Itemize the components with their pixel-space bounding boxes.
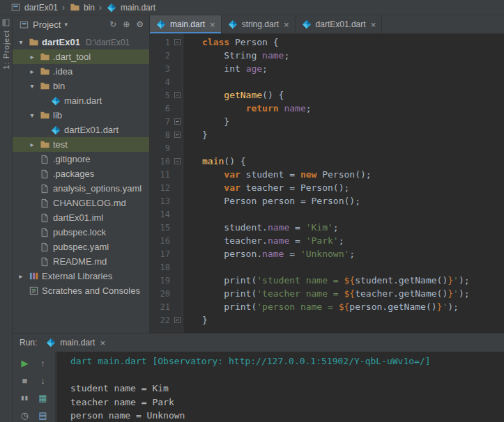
line-number: 8 [150,130,172,140]
prev-occurrence-button[interactable]: ↑ [34,354,52,372]
code-line[interactable] [202,141,504,155]
code-line[interactable]: Person person = Person(); [202,194,504,208]
tree-item-dartex01[interactable]: ▾dartEx01D:\dartEx01 [13,35,149,49]
code-line[interactable]: person.name = 'Unknown'; [202,247,504,260]
code-line[interactable]: print('student name = ${student.getName(… [202,274,504,287]
close-icon[interactable]: × [210,19,215,30]
chevron-down-icon[interactable]: ▾ [28,111,36,119]
tree-item-external-libraries[interactable]: ▸External Libraries [13,269,149,283]
close-icon[interactable]: × [284,19,289,30]
editor-tab-string.dart[interactable]: string.dart× [222,15,296,33]
breadcrumb-item[interactable]: bin [69,2,95,13]
editor-tab-main.dart[interactable]: main.dart× [150,15,222,33]
breadcrumb-item[interactable]: dartEx01 [10,2,58,13]
tree-item-label: .gitignore [53,154,90,164]
run-console[interactable]: dart main.dart [Observatory: http://127.… [56,352,504,422]
code-line[interactable]: main() { [202,155,504,168]
code-line[interactable]: var student = new Person(); [202,168,504,181]
fold-marker-icon[interactable]: − [174,39,181,45]
code-line[interactable]: print('teacher name = ${teacher.getName(… [202,287,504,300]
gutter-line: 6 [150,102,183,115]
tree-item-lib[interactable]: ▾lib [13,108,149,123]
project-stripe-tab[interactable]: 1: Project [2,30,10,69]
tree-item-dartex01-iml[interactable]: dartEx01.iml [13,210,149,225]
close-icon[interactable]: × [100,338,105,348]
code-line[interactable]: getName() { [202,88,504,102]
code-line[interactable]: print('person name = ${person.getName()}… [202,300,504,313]
tree-item-pubspec-lock[interactable]: pubspec.lock [13,225,149,240]
run-tab[interactable]: main.dart× [45,337,105,348]
pause-output-button[interactable]: ▮▮ [16,389,34,407]
code-line[interactable]: } [202,128,504,141]
code-line[interactable]: String name; [202,49,504,62]
locate-icon[interactable]: ⊕ [123,19,130,29]
gutter-line: 10− [150,155,183,168]
editor-tab-dartEx01.dart[interactable]: dartEx01.dart× [296,15,383,33]
fold-marker-icon[interactable]: − [174,158,181,164]
fold-end-marker-icon[interactable]: ⌐ [174,118,181,125]
code-line[interactable]: var teacher = Person(); [202,181,504,194]
breadcrumb-label: dartEx01 [24,3,58,13]
tree-item--gitignore[interactable]: .gitignore [13,152,149,166]
tree-item-dartex01-dart[interactable]: dartEx01.dart [13,123,149,137]
tree-item--packages[interactable]: .packages [13,166,149,181]
fold-end-marker-icon[interactable]: ⌐ [174,317,181,323]
line-number: 4 [150,77,172,87]
breadcrumb-label: main.dart [121,3,155,13]
tree-item-main-dart[interactable]: main.dart [13,93,149,108]
tree-item-bin[interactable]: ▾bin [13,79,149,93]
chevron-down-icon[interactable]: ▾ [17,38,25,46]
code-line[interactable]: student.name = 'Kim'; [202,221,504,234]
fold-end-marker-icon[interactable]: ⌐ [174,132,181,138]
code-line[interactable]: int age; [202,62,504,75]
tree-item-label: analysis_options.yaml [53,183,142,194]
chevron-right-icon[interactable]: ▸ [17,272,25,280]
code-line[interactable]: } [202,115,504,128]
chevron-right-icon[interactable]: ▸ [28,141,36,148]
rerun-button[interactable]: ▶ [16,354,34,372]
code-line[interactable]: teacher.name = 'Park'; [202,234,504,247]
tree-item-readme-md[interactable]: README.md [13,254,149,269]
project-stripe-icon [2,19,10,26]
tree-item-label: lib [53,110,62,120]
folder-icon [39,139,50,150]
tree-item-changelog-md[interactable]: CHANGELOG.md [13,196,149,210]
gear-icon[interactable]: ⚙ [136,19,144,29]
tree-item-label: External Libraries [42,271,112,281]
chevron-right-icon[interactable]: ▸ [28,53,36,61]
code-line[interactable]: return name; [202,102,504,115]
tree-item-scratches-and-consoles[interactable]: Scratches and Consoles [13,283,149,298]
sync-icon[interactable]: ↻ [109,19,116,29]
tree-item--dart-tool[interactable]: ▸.dart_tool [13,49,149,64]
code-line[interactable] [202,75,504,88]
close-icon[interactable]: × [371,19,376,30]
breadcrumb-item[interactable]: main.dart [106,2,155,13]
tree-item-analysis-options-yaml[interactable]: analysis_options.yaml [13,181,149,196]
line-number: 10 [150,157,172,166]
breadcrumb: dartEx01›bin›main.dart [0,0,504,15]
gutter-line: 22⌐ [150,313,183,327]
run-toolbar: ▶↑■↓▮▮▦◷▤ [13,352,56,422]
project-view-selector[interactable]: Project [33,19,61,30]
code-line[interactable]: } [202,313,504,327]
soft-wrap-button[interactable]: ▤ [34,407,52,422]
dart-icon [301,19,312,30]
chevron-down-icon[interactable]: ▾ [28,82,36,90]
editor-code[interactable]: class Person { String name; int age; get… [184,33,504,333]
chevron-right-icon[interactable]: ▸ [28,68,36,75]
history-button[interactable]: ◷ [16,407,34,422]
tree-item--idea[interactable]: ▸.idea [13,64,149,79]
fold-marker-icon[interactable]: − [174,92,181,98]
restore-layout-button[interactable]: ▦ [34,389,52,407]
tree-item-test[interactable]: ▸test [13,137,149,152]
editor-gutter: 1−2345−67⌐8⌐910−111213141516171819202122… [150,33,183,333]
tree-item-pubspec-yaml[interactable]: pubspec.yaml [13,240,149,254]
line-number: 15 [150,223,172,233]
code-line[interactable] [202,260,504,274]
chevron-down-icon[interactable]: ▾ [64,21,68,28]
code-line[interactable]: class Person { [202,36,504,49]
stop-button[interactable]: ■ [16,372,34,389]
code-line[interactable] [202,208,504,221]
next-occurrence-button[interactable]: ↓ [34,372,52,389]
console-line: teacher name = Park [70,396,504,409]
